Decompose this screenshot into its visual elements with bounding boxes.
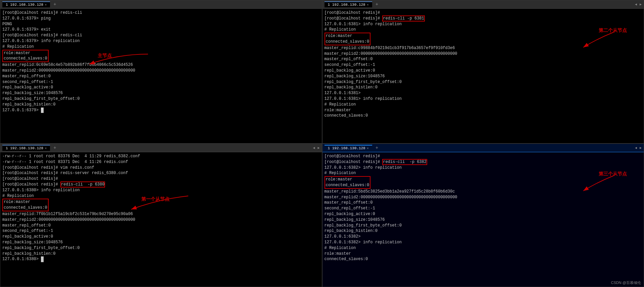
titlebar-top-right-arrows: ◀ ▶ bbox=[635, 2, 642, 6]
tab-top-left-close[interactable]: ✕ bbox=[45, 3, 47, 7]
titlebar-top-left: 1 192.168.130.128 ✕ + bbox=[0, 0, 322, 9]
arrow-left-icon-br: ◀ bbox=[635, 146, 637, 150]
arrow-second-slave bbox=[580, 22, 630, 49]
tab-bottom-left-add[interactable]: + bbox=[52, 145, 57, 151]
terminal-content-top-left: [root@localhost redis]# redis-cli 127.0.… bbox=[2, 10, 320, 113]
terminal-body-bottom-left: -rw-r--r-- 1 root root 83376 Dec 4 11:29… bbox=[0, 152, 322, 287]
arrow-right-icon: ▶ bbox=[640, 2, 642, 6]
terminal-body-bottom-right: [root@localhost redis]# [root@localhost … bbox=[323, 152, 644, 287]
tab-top-right-label: 1 192.168.130.128 bbox=[328, 3, 365, 7]
tab-top-right-close[interactable]: ✕ bbox=[367, 3, 369, 7]
terminal-content-bottom-left: -rw-r--r-- 1 root root 83376 Dec 4 11:29… bbox=[2, 154, 320, 262]
pane-top-right: 1 192.168.130.128 ✕ + ◀ ▶ [root@localhos… bbox=[322, 0, 644, 144]
titlebar-bottom-left: 1 192.168.130.128 ✕ + ◀ ▶ bbox=[0, 144, 322, 152]
tab-top-left-add[interactable]: + bbox=[52, 2, 57, 7]
tab-bottom-left-close[interactable]: ✕ bbox=[45, 146, 47, 150]
arrow-first-slave bbox=[104, 191, 148, 214]
tab-bottom-right[interactable]: 1 192.168.130.128 ✕ bbox=[325, 145, 372, 151]
titlebar-bottom-right-arrows: ◀ ▶ bbox=[635, 146, 642, 150]
titlebar-bottom-right: 1 192.168.130.128 ✕ + ◀ ▶ bbox=[323, 144, 644, 152]
arrow-third-slave bbox=[580, 166, 630, 193]
titlebar-top-right: 1 192.168.130.128 ✕ + ◀ ▶ bbox=[323, 0, 644, 9]
arrow-right-icon-bl: ▶ bbox=[317, 146, 319, 150]
tab-top-right[interactable]: 1 192.168.130.128 ✕ bbox=[325, 1, 372, 7]
tab-bottom-right-label: 1 192.168.130.128 bbox=[328, 146, 365, 150]
arrow-main-node bbox=[57, 47, 98, 68]
tab-top-left[interactable]: 1 192.168.130.128 ✕ bbox=[2, 1, 50, 7]
watermark: CSDN @百慕倾伦 bbox=[611, 280, 641, 285]
pane-bottom-left: 1 192.168.130.128 ✕ + ◀ ▶ -rw-r--r-- 1 r… bbox=[0, 144, 322, 287]
titlebar-bottom-left-arrows: ◀ ▶ bbox=[313, 146, 319, 150]
terminal-body-top-left: [root@localhost redis]# redis-cli 127.0.… bbox=[0, 9, 322, 143]
tab-top-right-add[interactable]: + bbox=[374, 2, 380, 7]
pane-top-left: 1 192.168.130.128 ✕ + [root@localhost re… bbox=[0, 0, 322, 144]
arrow-left-icon: ◀ bbox=[635, 2, 637, 6]
tab-bottom-left[interactable]: 1 192.168.130.128 ✕ bbox=[2, 145, 50, 151]
arrow-left-icon-bl: ◀ bbox=[313, 146, 315, 150]
tab-bottom-left-label: 1 192.168.130.128 bbox=[6, 146, 43, 150]
tab-bottom-right-add[interactable]: + bbox=[374, 145, 380, 151]
tab-bottom-right-close[interactable]: ✕ bbox=[367, 146, 369, 150]
pane-bottom-right: 1 192.168.130.128 ✕ + ◀ ▶ [root@localhos… bbox=[322, 144, 644, 287]
terminal-body-top-right: [root@localhost redis]# [root@localhost … bbox=[323, 9, 644, 143]
arrow-right-icon-br: ▶ bbox=[640, 146, 642, 150]
tab-top-left-label: 1 192.168.130.128 bbox=[6, 3, 43, 7]
